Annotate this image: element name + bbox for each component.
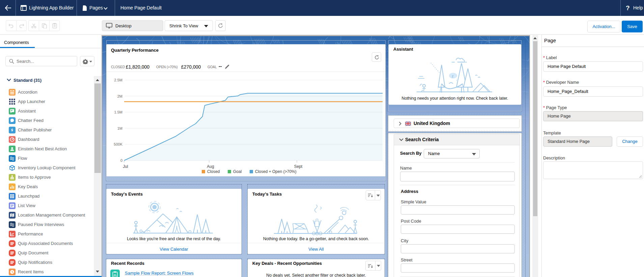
svg-text:Closed: Closed [207,169,220,174]
svg-text:Goal: Goal [233,169,242,174]
svg-text:Closed + Open (>70%): Closed + Open (>70%) [255,169,297,174]
svg-text:0: 0 [120,158,122,162]
svg-text:2M: 2M [117,94,122,98]
svg-text:Sept: Sept [294,164,303,169]
svg-text:z: z [452,74,454,78]
svg-text:1M: 1M [117,126,122,130]
svg-text:Aug: Aug [207,164,214,169]
svg-text:500K: 500K [114,142,122,146]
svg-text:1.5M: 1.5M [114,110,122,114]
svg-text:Jul: Jul [123,164,128,169]
svg-text:2.5M: 2.5M [114,78,122,82]
